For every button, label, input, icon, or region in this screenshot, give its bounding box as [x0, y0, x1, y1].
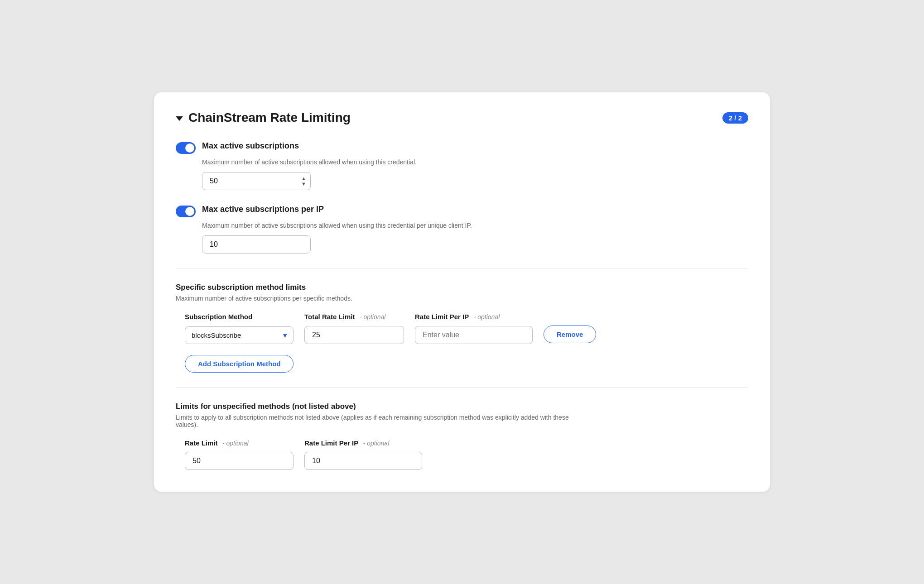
unspecified-col-rate-per-ip: Rate Limit Per IP - optional: [304, 439, 422, 447]
unspecified-rate-limit-per-ip-input[interactable]: [304, 452, 422, 470]
toggle-row-subscriptions: Max active subscriptions: [176, 141, 748, 154]
specific-limits-desc: Maximum number of active subscriptions p…: [176, 295, 748, 302]
max-active-per-ip-input[interactable]: [202, 235, 311, 254]
collapse-icon[interactable]: [176, 116, 183, 121]
col-total-rate: Total Rate Limit - optional: [304, 313, 404, 321]
stepper-up-button[interactable]: ▲: [301, 176, 306, 181]
max-active-subscriptions-input[interactable]: [202, 172, 311, 190]
max-active-subscriptions-toggle[interactable]: [176, 142, 196, 154]
unspecified-title: Limits for unspecified methods (not list…: [176, 402, 748, 411]
unspecified-col-rate: Rate Limit - optional: [185, 439, 294, 447]
column-headers: Subscription Method Total Rate Limit - o…: [185, 313, 748, 321]
col-method: Subscription Method: [185, 313, 294, 321]
specific-limits-section: Specific subscription method limits Maxi…: [176, 283, 748, 373]
toggle-row-per-ip: Max active subscriptions per IP: [176, 205, 748, 217]
stepper-buttons: ▲ ▼: [301, 176, 306, 187]
stepper-down-button[interactable]: ▼: [301, 182, 306, 187]
col-rate-per-ip: Rate Limit Per IP - optional: [415, 313, 533, 321]
unspecified-desc: Limits to apply to all subscription meth…: [176, 414, 583, 428]
rate-limit-per-ip-input[interactable]: [415, 326, 533, 344]
remove-button[interactable]: Remove: [544, 326, 596, 343]
max-active-per-ip-desc: Maximum number of active subscriptions a…: [202, 222, 748, 229]
unspecified-section: Limits for unspecified methods (not list…: [176, 402, 748, 470]
add-subscription-method-button[interactable]: Add Subscription Method: [185, 355, 294, 373]
subscription-method-select[interactable]: blocksSubscribe logsSubscribe programSub…: [185, 326, 294, 344]
card-header: ChainStream Rate Limiting 2 / 2: [176, 110, 748, 125]
max-active-per-ip-section: Max active subscriptions per IP Maximum …: [176, 205, 748, 254]
header-left: ChainStream Rate Limiting: [176, 110, 351, 125]
max-active-subscriptions-label: Max active subscriptions: [202, 141, 299, 151]
page-badge: 2 / 2: [722, 112, 748, 124]
max-active-subscriptions-input-wrapper: ▲ ▼: [202, 172, 311, 190]
subscription-method-select-wrapper: blocksSubscribe logsSubscribe programSub…: [185, 326, 294, 344]
max-active-subscriptions-section: Max active subscriptions Maximum number …: [176, 141, 748, 190]
divider-2: [176, 387, 748, 388]
subscription-method-row: blocksSubscribe logsSubscribe programSub…: [185, 326, 748, 344]
max-active-subscriptions-desc: Maximum number of active subscriptions a…: [202, 158, 748, 166]
max-active-per-ip-toggle[interactable]: [176, 206, 196, 217]
page-title: ChainStream Rate Limiting: [188, 110, 351, 125]
divider-1: [176, 268, 748, 268]
unspecified-col-headers: Rate Limit - optional Rate Limit Per IP …: [185, 439, 748, 447]
main-card: ChainStream Rate Limiting 2 / 2 Max acti…: [154, 92, 770, 492]
specific-limits-title: Specific subscription method limits: [176, 283, 748, 292]
unspecified-rate-limit-input[interactable]: [185, 452, 294, 470]
total-rate-limit-input[interactable]: [304, 326, 404, 344]
max-active-per-ip-label: Max active subscriptions per IP: [202, 205, 324, 214]
unspecified-inputs: [185, 452, 748, 470]
